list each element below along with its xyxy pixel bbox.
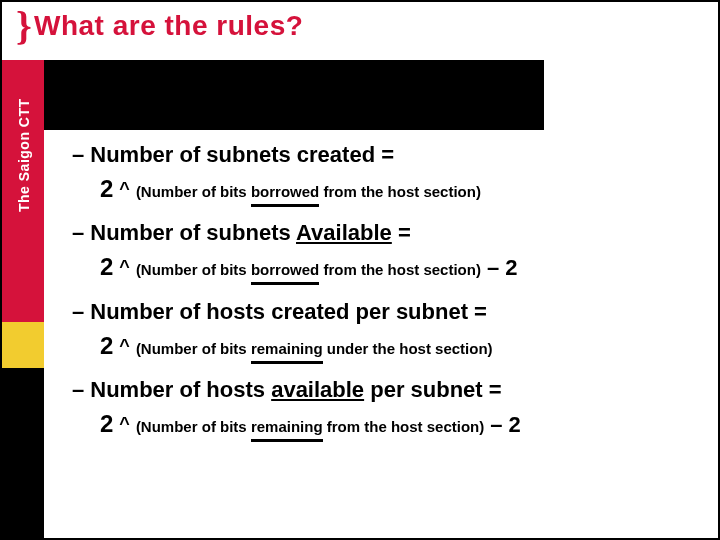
slide-title: What are the rules? xyxy=(34,10,303,42)
rule-formula: 2^(Number of bits borrowed from the host… xyxy=(100,248,698,286)
rule-heading: –Number of subnets Available = xyxy=(72,220,698,246)
rule-heading: –Number of hosts created per subnet = xyxy=(72,299,698,325)
rule-item: –Number of subnets Available = 2^(Number… xyxy=(72,220,698,286)
rule-heading: –Number of subnets created = xyxy=(72,142,698,168)
rule-formula: 2^(Number of bits remaining from the hos… xyxy=(100,405,698,443)
sidebar-label: The Saigon CTT xyxy=(16,98,32,212)
rule-item: –Number of hosts created per subnet = 2^… xyxy=(72,299,698,365)
sidebar-black xyxy=(2,368,44,540)
title-brace: } xyxy=(16,2,32,49)
content-area: –Number of subnets created = 2^(Number o… xyxy=(72,142,698,456)
rule-formula: 2^(Number of bits remaining under the ho… xyxy=(100,327,698,365)
sidebar-yellow xyxy=(2,322,44,368)
rule-heading: –Number of hosts available per subnet = xyxy=(72,377,698,403)
rule-formula: 2^(Number of bits borrowed from the host… xyxy=(100,170,698,208)
rule-item: –Number of subnets created = 2^(Number o… xyxy=(72,142,698,208)
slide: } What are the rules? The Saigon CTT –Nu… xyxy=(0,0,720,540)
rule-item: –Number of hosts available per subnet = … xyxy=(72,377,698,443)
header-blackbox xyxy=(44,60,544,130)
